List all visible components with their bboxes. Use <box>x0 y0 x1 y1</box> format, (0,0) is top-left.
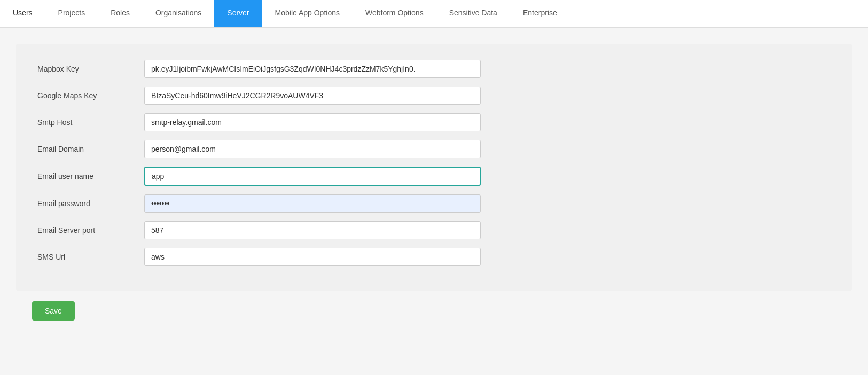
form-input-email-domain[interactable] <box>144 140 481 158</box>
form-row-sms-url: SMS Url <box>37 248 831 266</box>
save-button[interactable]: Save <box>32 301 75 321</box>
form-row-google-maps-key: Google Maps Key <box>37 87 831 105</box>
nav-item-projects[interactable]: Projects <box>45 0 98 27</box>
form-row-email-username: Email user name <box>37 167 831 186</box>
nav-item-roles[interactable]: Roles <box>98 0 143 27</box>
footer-actions: Save <box>16 301 852 321</box>
form-row-email-domain: Email Domain <box>37 140 831 158</box>
form-row-smtp-host: Smtp Host <box>37 113 831 131</box>
form-input-google-maps-key[interactable] <box>144 87 481 105</box>
nav-item-sensitive-data[interactable]: Sensitive Data <box>436 0 510 27</box>
nav-item-organisations[interactable]: Organisations <box>143 0 214 27</box>
form-label-email-username: Email user name <box>37 172 144 181</box>
nav-item-enterprise[interactable]: Enterprise <box>510 0 570 27</box>
form-row-email-password: Email password <box>37 194 831 213</box>
form-input-mapbox-key[interactable] <box>144 60 481 78</box>
nav-bar: UsersProjectsRolesOrganisationsServerMob… <box>0 0 868 28</box>
form-input-email-username[interactable] <box>144 167 481 186</box>
content: Mapbox KeyGoogle Maps KeySmtp HostEmail … <box>0 28 868 337</box>
form-label-google-maps-key: Google Maps Key <box>37 91 144 100</box>
form-input-email-password[interactable] <box>144 194 481 213</box>
form-label-mapbox-key: Mapbox Key <box>37 65 144 73</box>
nav-item-mobile-app-options[interactable]: Mobile App Options <box>262 0 353 27</box>
form-input-email-server-port[interactable] <box>144 221 481 239</box>
nav-item-server[interactable]: Server <box>214 0 262 27</box>
nav-item-users[interactable]: Users <box>0 0 45 27</box>
form-label-email-password: Email password <box>37 199 144 208</box>
settings-card: Mapbox KeyGoogle Maps KeySmtp HostEmail … <box>16 44 852 291</box>
form-input-sms-url[interactable] <box>144 248 481 266</box>
form-row-email-server-port: Email Server port <box>37 221 831 239</box>
form-label-email-server-port: Email Server port <box>37 226 144 235</box>
form-label-email-domain: Email Domain <box>37 145 144 153</box>
form-row-mapbox-key: Mapbox Key <box>37 60 831 78</box>
nav-item-webform-options[interactable]: Webform Options <box>353 0 436 27</box>
form-label-smtp-host: Smtp Host <box>37 118 144 127</box>
form-label-sms-url: SMS Url <box>37 253 144 261</box>
form-input-smtp-host[interactable] <box>144 113 481 131</box>
